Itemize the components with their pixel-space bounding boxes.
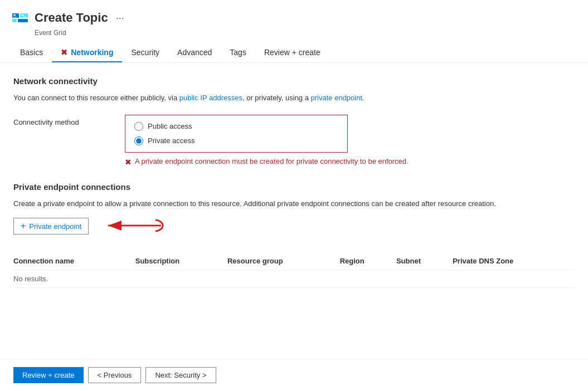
tab-bar: Basics ✖ Networking Security Advanced Ta… — [11, 43, 577, 62]
no-results-text: No results. — [13, 270, 48, 287]
page-subtitle: Event Grid — [35, 29, 577, 37]
connectivity-radio-group: Public access Private access — [125, 115, 348, 153]
svg-rect-7 — [21, 17, 26, 18]
tab-networking[interactable]: ✖ Networking — [52, 43, 122, 62]
col-region: Region — [340, 252, 396, 270]
col-subscription: Subscription — [135, 252, 227, 270]
plus-icon: + — [21, 221, 26, 231]
radio-private-access[interactable]: Private access — [134, 136, 338, 145]
tab-basics[interactable]: Basics — [11, 43, 52, 62]
tab-security[interactable]: Security — [122, 43, 168, 62]
svg-rect-3 — [18, 19, 28, 22]
private-endpoints-title: Private endpoint connections — [13, 182, 575, 192]
footer: Review + create < Previous Next: Securit… — [0, 359, 588, 391]
connectivity-method-label: Connectivity method — [13, 115, 125, 126]
private-access-error: ✖ A private endpoint connection must be … — [125, 157, 575, 167]
radio-private-access-label: Private access — [148, 136, 195, 145]
radio-public-access-label: Public access — [148, 122, 192, 130]
event-grid-icon — [11, 9, 29, 27]
col-connection-name: Connection name — [13, 252, 135, 270]
page-title: Create Topic — [35, 11, 108, 25]
add-private-endpoint-button[interactable]: + Private endpoint — [13, 218, 89, 234]
next-security-button[interactable]: Next: Security > — [145, 367, 216, 383]
radio-public-access-input[interactable] — [134, 122, 143, 131]
main-content: Network connectivity You can connect to … — [0, 63, 588, 359]
svg-rect-1 — [12, 19, 17, 22]
tab-advanced[interactable]: Advanced — [168, 43, 221, 62]
svg-rect-6 — [21, 14, 24, 16]
radio-public-access[interactable]: Public access — [134, 122, 338, 131]
svg-rect-4 — [13, 14, 16, 16]
add-endpoint-label: Private endpoint — [29, 222, 81, 231]
previous-button[interactable]: < Previous — [88, 367, 142, 383]
no-results-row: No results. — [13, 270, 575, 288]
tab-review-create[interactable]: Review + create — [255, 43, 329, 62]
private-endpoints-desc: Create a private endpoint to allow a pri… — [13, 198, 575, 209]
private-endpoint-link[interactable]: private endpoint — [311, 94, 363, 102]
error-circle-icon: ✖ — [125, 158, 132, 167]
more-options-icon[interactable]: ··· — [116, 12, 124, 24]
col-private-dns: Private DNS Zone — [453, 252, 575, 270]
public-ip-link[interactable]: public IP addresses — [179, 94, 242, 102]
tab-error-icon: ✖ — [61, 48, 67, 57]
col-resource-group: Resource group — [227, 252, 340, 270]
error-text: A private endpoint connection must be cr… — [135, 157, 409, 165]
col-subnet: Subnet — [396, 252, 453, 270]
red-arrow-annotation — [103, 216, 164, 236]
page-header: Create Topic ··· Event Grid Basics ✖ Net… — [0, 0, 588, 63]
connectivity-method-row: Connectivity method Public access Privat… — [13, 115, 575, 153]
svg-rect-5 — [13, 17, 17, 18]
review-create-button[interactable]: Review + create — [13, 367, 84, 383]
network-connectivity-desc: You can connect to this resource either … — [13, 92, 575, 104]
connectivity-method-controls: Public access Private access — [125, 115, 575, 153]
radio-private-access-input[interactable] — [134, 136, 143, 145]
network-connectivity-title: Network connectivity — [13, 76, 575, 86]
endpoint-table: Connection name Subscription Resource gr… — [13, 252, 575, 288]
tab-tags[interactable]: Tags — [221, 43, 255, 62]
